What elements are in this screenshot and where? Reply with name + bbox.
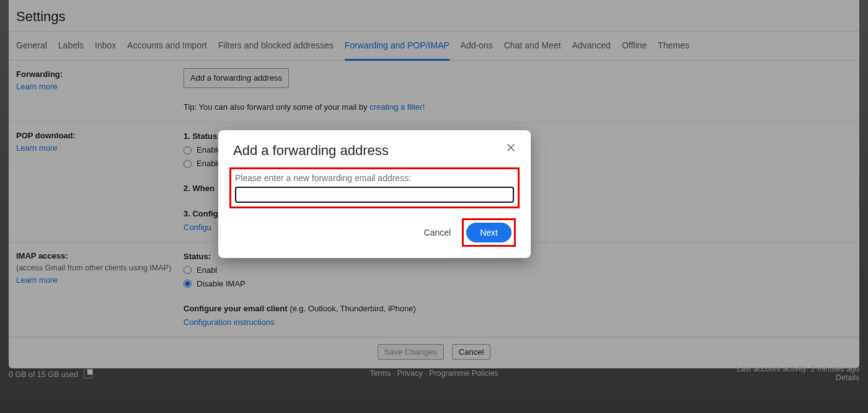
- imap-disable-label: Disable IMAP: [197, 277, 246, 291]
- tab-themes[interactable]: Themes: [658, 32, 689, 60]
- tab-advanced[interactable]: Advanced: [572, 32, 611, 60]
- storage-used-text: 0 GB of 15 GB used: [9, 370, 78, 379]
- tab-labels[interactable]: Labels: [58, 32, 84, 60]
- forwarding-email-input[interactable]: [235, 187, 514, 203]
- pop-heading: POP download:: [16, 131, 76, 140]
- footer-bar: 0 GB of 15 GB used Terms · Privacy · Pro…: [9, 365, 859, 382]
- pop-config-link[interactable]: Configu: [184, 223, 211, 232]
- close-icon[interactable]: [505, 141, 520, 156]
- forwarding-email-label: Please enter a new forwarding email addr…: [235, 173, 514, 183]
- tab-filters[interactable]: Filters and blocked addresses: [218, 32, 334, 60]
- tab-chat[interactable]: Chat and Meet: [504, 32, 561, 60]
- dialog-next-button[interactable]: Next: [466, 223, 512, 242]
- external-link-icon[interactable]: [84, 370, 92, 378]
- details-link[interactable]: Details: [836, 373, 859, 382]
- imap-learn-more-link[interactable]: Learn more: [16, 275, 57, 285]
- dialog-cancel-button[interactable]: Cancel: [413, 221, 463, 244]
- settings-tabs: General Labels Inbox Accounts and Import…: [9, 31, 859, 61]
- imap-enable-label: Enabl: [197, 264, 217, 277]
- creating-filter-link[interactable]: creating a filter!: [370, 102, 425, 112]
- pop-enable-radio[interactable]: [184, 160, 192, 168]
- add-forwarding-address-dialog: Add a forwarding address Please enter a …: [218, 130, 531, 258]
- add-forwarding-address-button[interactable]: Add a forwarding address: [184, 68, 289, 88]
- privacy-link[interactable]: Privacy: [397, 369, 423, 378]
- highlight-input-area: Please enter a new forwarding email addr…: [229, 167, 520, 208]
- section-forwarding: Forwarding: Learn more Add a forwarding …: [9, 61, 859, 122]
- tab-general[interactable]: General: [16, 32, 47, 60]
- tab-inbox[interactable]: Inbox: [95, 32, 116, 60]
- cancel-button[interactable]: Cancel: [452, 344, 490, 360]
- pop-learn-more-link[interactable]: Learn more: [16, 143, 57, 153]
- tab-accounts[interactable]: Accounts and Import: [127, 32, 206, 60]
- save-changes-button: Save Changes: [378, 344, 444, 360]
- forwarding-tip-text: Tip: You can also forward only some of y…: [184, 102, 370, 112]
- imap-heading: IMAP access:: [16, 251, 68, 260]
- tab-forwarding[interactable]: Forwarding and POP/IMAP: [345, 32, 450, 61]
- highlight-next-button: Next: [462, 218, 516, 247]
- imap-configure-paren: (e.g. Outlook, Thunderbird, iPhone): [290, 304, 416, 313]
- pop-status-label: 1. Status:: [184, 131, 222, 141]
- account-activity-text: Last account activity: 2 minutes ago: [737, 365, 859, 373]
- imap-subheading: (access Gmail from other clients using I…: [16, 264, 171, 272]
- imap-disable-radio[interactable]: [184, 280, 192, 288]
- programme-policies-link[interactable]: Programme Policies: [429, 369, 498, 378]
- pop-enable-all-radio[interactable]: [184, 146, 192, 154]
- page-title: Settings: [9, 0, 859, 31]
- tab-offline[interactable]: Offline: [622, 32, 647, 60]
- imap-config-instructions-link[interactable]: Configuration instructions: [184, 318, 275, 327]
- terms-link[interactable]: Terms: [370, 369, 391, 378]
- imap-configure-label: Configure your email client: [184, 304, 290, 313]
- forwarding-learn-more-link[interactable]: Learn more: [16, 82, 57, 91]
- tab-addons[interactable]: Add-ons: [461, 32, 493, 60]
- dialog-title: Add a forwarding address: [233, 143, 516, 159]
- forwarding-heading: Forwarding:: [16, 69, 63, 79]
- imap-enable-radio[interactable]: [184, 266, 192, 274]
